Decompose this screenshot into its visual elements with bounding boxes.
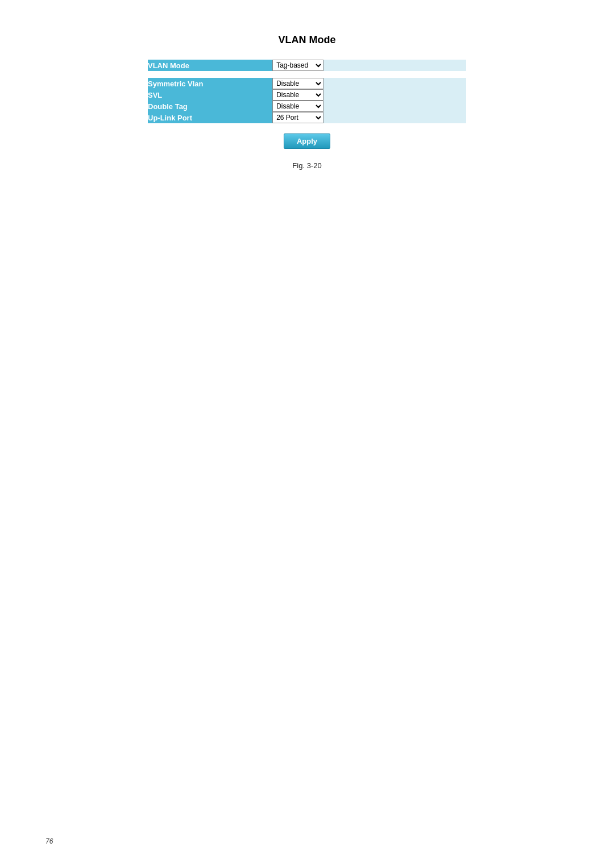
svl-value-cell: Disable Enable bbox=[272, 89, 466, 101]
apply-row: Apply bbox=[148, 133, 466, 149]
symmetric-vlan-select[interactable]: Disable Enable bbox=[272, 78, 323, 89]
symmetric-vlan-label: Symmetric Vlan bbox=[148, 78, 272, 89]
vlan-mode-label: VLAN Mode bbox=[148, 60, 272, 71]
table-row: SVL Disable Enable bbox=[148, 89, 466, 101]
svl-label: SVL bbox=[148, 89, 272, 101]
spacer-row bbox=[148, 71, 466, 78]
symmetric-vlan-value-cell: Disable Enable bbox=[272, 78, 466, 89]
double-tag-select[interactable]: Disable Enable bbox=[272, 101, 323, 112]
table-row: Symmetric Vlan Disable Enable bbox=[148, 78, 466, 89]
table-row: Up-Link Port 26 Port 1 Port 2 Port 3 Por… bbox=[148, 112, 466, 123]
uplink-port-select[interactable]: 26 Port 1 Port 2 Port 3 Port bbox=[272, 112, 323, 123]
page-title: VLAN Mode bbox=[45, 34, 569, 46]
double-tag-label: Double Tag bbox=[148, 101, 272, 112]
double-tag-value-cell: Disable Enable bbox=[272, 101, 466, 112]
table-row: Double Tag Disable Enable bbox=[148, 101, 466, 112]
fig-caption: Fig. 3-20 bbox=[45, 161, 569, 170]
uplink-port-value-cell: 26 Port 1 Port 2 Port 3 Port bbox=[272, 112, 466, 123]
vlan-mode-value-cell: Tag-based Port-based Disable bbox=[272, 60, 466, 71]
table-row: VLAN Mode Tag-based Port-based Disable bbox=[148, 60, 466, 71]
apply-button[interactable]: Apply bbox=[284, 133, 330, 149]
uplink-port-label: Up-Link Port bbox=[148, 112, 272, 123]
page-number: 76 bbox=[45, 837, 53, 845]
svl-select[interactable]: Disable Enable bbox=[272, 89, 323, 101]
vlan-mode-select[interactable]: Tag-based Port-based Disable bbox=[272, 60, 323, 71]
page-container: VLAN Mode VLAN Mode Tag-based Port-based… bbox=[0, 0, 614, 868]
vlan-mode-table: VLAN Mode Tag-based Port-based Disable S… bbox=[148, 60, 466, 123]
